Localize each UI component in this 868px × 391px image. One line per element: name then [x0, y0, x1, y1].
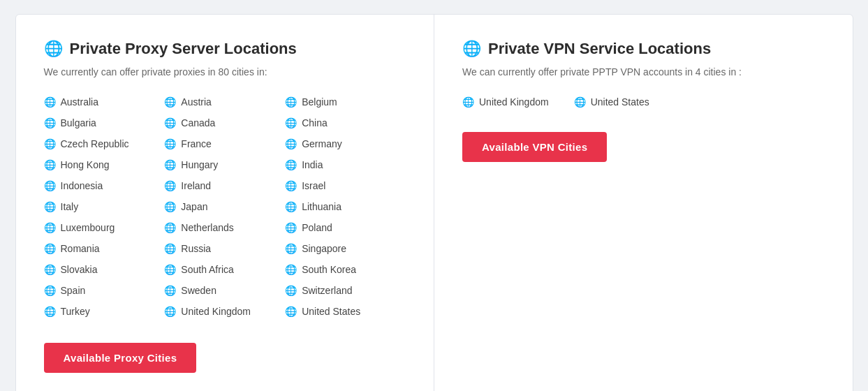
country-globe-icon: 🌐 — [44, 243, 56, 254]
country-name: Hungary — [181, 159, 218, 170]
proxy-country-item: 🌐Poland — [285, 219, 406, 237]
proxy-country-item: 🌐Slovakia — [44, 260, 165, 279]
proxy-globe-icon: 🌐 — [44, 40, 63, 58]
country-globe-icon: 🌐 — [285, 138, 297, 149]
country-globe-icon: 🌐 — [164, 306, 176, 317]
proxy-country-item: 🌐Singapore — [285, 239, 406, 258]
proxy-country-item: 🌐Czech Republic — [44, 135, 165, 153]
country-name: India — [302, 159, 323, 170]
vpn-country-item: 🌐United States — [574, 93, 649, 111]
country-name: Germany — [302, 138, 342, 149]
country-name: Japan — [181, 201, 207, 212]
proxy-country-item: 🌐France — [164, 135, 285, 153]
country-globe-icon: 🌐 — [164, 138, 176, 149]
country-globe-icon: 🌐 — [164, 117, 176, 128]
proxy-country-item: 🌐Romania — [44, 239, 165, 258]
country-globe-icon: 🌐 — [285, 306, 297, 317]
country-globe-icon: 🌐 — [44, 285, 56, 296]
country-globe-icon: 🌐 — [164, 96, 176, 108]
proxy-country-item: 🌐India — [285, 156, 406, 174]
country-globe-icon: 🌐 — [44, 264, 56, 275]
proxy-country-item: 🌐Lithuania — [285, 198, 406, 216]
proxy-panel: 🌐 Private Proxy Server Locations We curr… — [16, 15, 435, 391]
proxy-panel-title: 🌐 Private Proxy Server Locations — [44, 40, 406, 58]
country-globe-icon: 🌐 — [164, 159, 176, 170]
country-globe-icon: 🌐 — [285, 201, 297, 212]
proxy-country-item: 🌐Luxembourg — [44, 219, 165, 237]
country-globe-icon: 🌐 — [44, 201, 56, 212]
proxy-country-item: 🌐Bulgaria — [44, 114, 165, 132]
proxy-country-item: 🌐Spain — [44, 281, 165, 300]
country-name: Bulgaria — [61, 117, 96, 128]
country-globe-icon: 🌐 — [44, 306, 56, 317]
country-globe-icon: 🌐 — [285, 117, 297, 128]
main-card: 🌐 Private Proxy Server Locations We curr… — [15, 14, 853, 391]
vpn-panel-title: 🌐 Private VPN Service Locations — [462, 40, 825, 58]
proxy-country-item: 🌐Turkey — [44, 302, 165, 320]
country-name: Sweden — [181, 285, 216, 296]
proxy-country-item: 🌐China — [285, 114, 406, 132]
proxy-country-item: 🌐Ireland — [164, 177, 285, 195]
country-globe-icon: 🌐 — [164, 264, 176, 275]
country-name: Canada — [181, 117, 215, 128]
proxy-country-item: 🌐Germany — [285, 135, 406, 153]
proxy-country-item: 🌐Hungary — [164, 156, 285, 174]
country-globe-icon: 🌐 — [164, 201, 176, 212]
proxy-country-item: 🌐South Korea — [285, 260, 406, 279]
available-vpn-cities-button[interactable]: Available VPN Cities — [462, 132, 607, 162]
country-name: United Kingdom — [181, 306, 251, 317]
proxy-country-item: 🌐Netherlands — [164, 219, 285, 237]
country-name: Hong Kong — [61, 159, 110, 170]
proxy-title-text: Private Proxy Server Locations — [70, 40, 297, 58]
country-name: Netherlands — [181, 222, 234, 233]
country-name: Indonesia — [61, 180, 103, 191]
country-name: Russia — [181, 243, 211, 254]
country-name: Turkey — [61, 306, 90, 317]
vpn-panel: 🌐 Private VPN Service Locations We can c… — [434, 15, 853, 391]
proxy-country-item: 🌐Sweden — [164, 281, 285, 300]
vpn-globe-icon: 🌐 — [462, 40, 481, 58]
country-globe-icon: 🌐 — [285, 243, 297, 254]
country-name: South Africa — [181, 264, 234, 275]
proxy-country-item: 🌐Australia — [44, 93, 165, 111]
country-name: France — [181, 138, 212, 149]
proxy-country-item: 🌐Belgium — [285, 93, 406, 111]
available-proxy-cities-button[interactable]: Available Proxy Cities — [44, 343, 197, 373]
country-globe-icon: 🌐 — [164, 222, 176, 233]
country-name: Luxembourg — [61, 222, 115, 233]
proxy-country-item: 🌐Indonesia — [44, 177, 165, 195]
country-globe-icon: 🌐 — [285, 159, 297, 170]
vpn-subtitle: We can currently offer private PPTP VPN … — [462, 66, 825, 78]
country-name: Australia — [61, 96, 98, 108]
vpn-countries-list: 🌐United Kingdom🌐United States — [462, 93, 825, 111]
country-globe-icon: 🌐 — [285, 222, 297, 233]
proxy-country-item: 🌐Switzerland — [285, 281, 406, 300]
vpn-country-item: 🌐United Kingdom — [462, 93, 549, 111]
country-name: Ireland — [181, 180, 211, 191]
country-name: United States — [302, 306, 360, 317]
country-globe-icon: 🌐 — [44, 117, 56, 128]
country-globe-icon: 🌐 — [44, 96, 56, 108]
country-name: Austria — [181, 96, 212, 108]
country-globe-icon: 🌐 — [462, 96, 474, 108]
country-globe-icon: 🌐 — [44, 180, 56, 191]
country-globe-icon: 🌐 — [44, 138, 56, 149]
country-globe-icon: 🌐 — [285, 285, 297, 296]
proxy-country-item: 🌐Japan — [164, 198, 285, 216]
proxy-country-item: 🌐Italy — [44, 198, 165, 216]
proxy-country-item: 🌐Russia — [164, 239, 285, 258]
proxy-country-item: 🌐United Kingdom — [164, 302, 285, 320]
proxy-country-item: 🌐Canada — [164, 114, 285, 132]
country-globe-icon: 🌐 — [44, 159, 56, 170]
country-globe-icon: 🌐 — [164, 243, 176, 254]
country-name: Slovakia — [61, 264, 98, 275]
country-globe-icon: 🌐 — [164, 285, 176, 296]
country-name: Spain — [61, 285, 86, 296]
proxy-country-item: 🌐Israel — [285, 177, 406, 195]
country-name: Italy — [61, 201, 79, 212]
vpn-title-text: Private VPN Service Locations — [488, 40, 711, 58]
country-globe-icon: 🌐 — [164, 180, 176, 191]
country-name: Romania — [61, 243, 100, 254]
proxy-country-item: 🌐United States — [285, 302, 406, 320]
country-name: China — [302, 117, 328, 128]
